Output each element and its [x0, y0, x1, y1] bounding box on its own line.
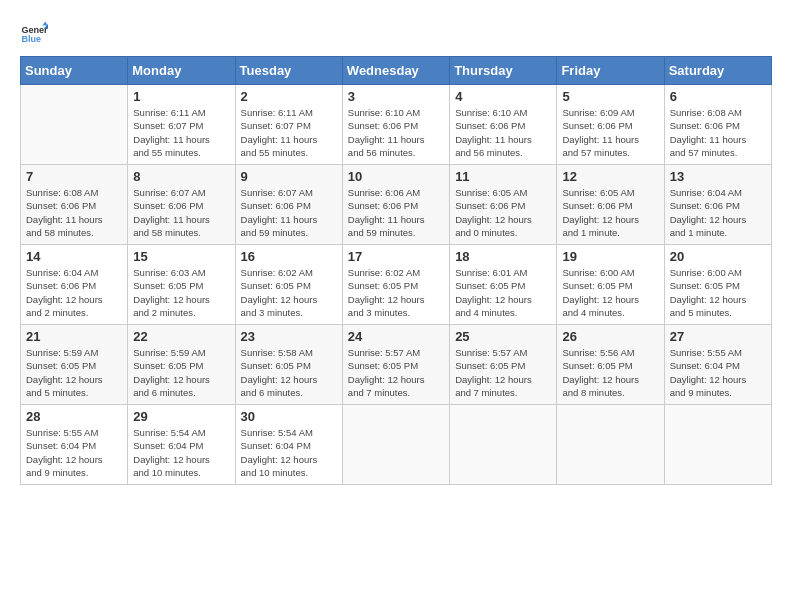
day-number: 13	[670, 169, 766, 184]
calendar-cell: 4Sunrise: 6:10 AM Sunset: 6:06 PM Daylig…	[450, 85, 557, 165]
day-info: Sunrise: 6:03 AM Sunset: 6:05 PM Dayligh…	[133, 266, 229, 319]
day-info: Sunrise: 5:57 AM Sunset: 6:05 PM Dayligh…	[348, 346, 444, 399]
week-row-4: 21Sunrise: 5:59 AM Sunset: 6:05 PM Dayli…	[21, 325, 772, 405]
day-info: Sunrise: 5:55 AM Sunset: 6:04 PM Dayligh…	[26, 426, 122, 479]
week-row-5: 28Sunrise: 5:55 AM Sunset: 6:04 PM Dayli…	[21, 405, 772, 485]
day-number: 23	[241, 329, 337, 344]
day-number: 22	[133, 329, 229, 344]
logo-icon: General Blue	[20, 20, 48, 48]
calendar-header-row: SundayMondayTuesdayWednesdayThursdayFrid…	[21, 57, 772, 85]
day-info: Sunrise: 5:55 AM Sunset: 6:04 PM Dayligh…	[670, 346, 766, 399]
day-number: 24	[348, 329, 444, 344]
calendar-cell: 14Sunrise: 6:04 AM Sunset: 6:06 PM Dayli…	[21, 245, 128, 325]
page-header: General Blue	[20, 20, 772, 48]
calendar-cell	[664, 405, 771, 485]
week-row-3: 14Sunrise: 6:04 AM Sunset: 6:06 PM Dayli…	[21, 245, 772, 325]
day-number: 16	[241, 249, 337, 264]
header-wednesday: Wednesday	[342, 57, 449, 85]
day-number: 26	[562, 329, 658, 344]
day-info: Sunrise: 5:56 AM Sunset: 6:05 PM Dayligh…	[562, 346, 658, 399]
calendar-cell: 20Sunrise: 6:00 AM Sunset: 6:05 PM Dayli…	[664, 245, 771, 325]
day-number: 3	[348, 89, 444, 104]
calendar-cell: 21Sunrise: 5:59 AM Sunset: 6:05 PM Dayli…	[21, 325, 128, 405]
day-number: 21	[26, 329, 122, 344]
calendar-cell: 19Sunrise: 6:00 AM Sunset: 6:05 PM Dayli…	[557, 245, 664, 325]
day-number: 25	[455, 329, 551, 344]
day-info: Sunrise: 6:07 AM Sunset: 6:06 PM Dayligh…	[133, 186, 229, 239]
day-info: Sunrise: 6:04 AM Sunset: 6:06 PM Dayligh…	[670, 186, 766, 239]
header-friday: Friday	[557, 57, 664, 85]
day-number: 29	[133, 409, 229, 424]
header-monday: Monday	[128, 57, 235, 85]
day-info: Sunrise: 6:01 AM Sunset: 6:05 PM Dayligh…	[455, 266, 551, 319]
day-info: Sunrise: 6:08 AM Sunset: 6:06 PM Dayligh…	[670, 106, 766, 159]
calendar-cell: 26Sunrise: 5:56 AM Sunset: 6:05 PM Dayli…	[557, 325, 664, 405]
calendar-cell	[21, 85, 128, 165]
day-number: 14	[26, 249, 122, 264]
calendar-cell	[450, 405, 557, 485]
header-saturday: Saturday	[664, 57, 771, 85]
calendar-cell: 8Sunrise: 6:07 AM Sunset: 6:06 PM Daylig…	[128, 165, 235, 245]
day-number: 28	[26, 409, 122, 424]
header-tuesday: Tuesday	[235, 57, 342, 85]
day-number: 5	[562, 89, 658, 104]
day-info: Sunrise: 6:10 AM Sunset: 6:06 PM Dayligh…	[348, 106, 444, 159]
day-number: 18	[455, 249, 551, 264]
calendar-cell: 1Sunrise: 6:11 AM Sunset: 6:07 PM Daylig…	[128, 85, 235, 165]
svg-marker-2	[42, 21, 48, 25]
day-info: Sunrise: 6:07 AM Sunset: 6:06 PM Dayligh…	[241, 186, 337, 239]
calendar-cell: 9Sunrise: 6:07 AM Sunset: 6:06 PM Daylig…	[235, 165, 342, 245]
day-number: 11	[455, 169, 551, 184]
calendar-cell: 30Sunrise: 5:54 AM Sunset: 6:04 PM Dayli…	[235, 405, 342, 485]
day-number: 15	[133, 249, 229, 264]
day-info: Sunrise: 6:10 AM Sunset: 6:06 PM Dayligh…	[455, 106, 551, 159]
day-number: 1	[133, 89, 229, 104]
calendar-cell	[342, 405, 449, 485]
calendar-cell: 18Sunrise: 6:01 AM Sunset: 6:05 PM Dayli…	[450, 245, 557, 325]
week-row-2: 7Sunrise: 6:08 AM Sunset: 6:06 PM Daylig…	[21, 165, 772, 245]
day-number: 8	[133, 169, 229, 184]
day-info: Sunrise: 5:57 AM Sunset: 6:05 PM Dayligh…	[455, 346, 551, 399]
day-number: 30	[241, 409, 337, 424]
day-info: Sunrise: 5:59 AM Sunset: 6:05 PM Dayligh…	[26, 346, 122, 399]
calendar-cell: 25Sunrise: 5:57 AM Sunset: 6:05 PM Dayli…	[450, 325, 557, 405]
day-info: Sunrise: 6:11 AM Sunset: 6:07 PM Dayligh…	[133, 106, 229, 159]
day-number: 10	[348, 169, 444, 184]
day-info: Sunrise: 5:54 AM Sunset: 6:04 PM Dayligh…	[133, 426, 229, 479]
calendar-cell: 2Sunrise: 6:11 AM Sunset: 6:07 PM Daylig…	[235, 85, 342, 165]
day-number: 19	[562, 249, 658, 264]
day-info: Sunrise: 6:02 AM Sunset: 6:05 PM Dayligh…	[348, 266, 444, 319]
day-info: Sunrise: 6:00 AM Sunset: 6:05 PM Dayligh…	[562, 266, 658, 319]
header-sunday: Sunday	[21, 57, 128, 85]
day-info: Sunrise: 6:00 AM Sunset: 6:05 PM Dayligh…	[670, 266, 766, 319]
day-number: 4	[455, 89, 551, 104]
day-info: Sunrise: 6:08 AM Sunset: 6:06 PM Dayligh…	[26, 186, 122, 239]
day-number: 12	[562, 169, 658, 184]
logo: General Blue	[20, 20, 52, 48]
day-number: 20	[670, 249, 766, 264]
calendar-cell: 23Sunrise: 5:58 AM Sunset: 6:05 PM Dayli…	[235, 325, 342, 405]
day-info: Sunrise: 6:05 AM Sunset: 6:06 PM Dayligh…	[562, 186, 658, 239]
day-info: Sunrise: 6:04 AM Sunset: 6:06 PM Dayligh…	[26, 266, 122, 319]
svg-text:General: General	[21, 25, 48, 35]
day-info: Sunrise: 6:11 AM Sunset: 6:07 PM Dayligh…	[241, 106, 337, 159]
day-info: Sunrise: 6:02 AM Sunset: 6:05 PM Dayligh…	[241, 266, 337, 319]
header-thursday: Thursday	[450, 57, 557, 85]
calendar-cell: 12Sunrise: 6:05 AM Sunset: 6:06 PM Dayli…	[557, 165, 664, 245]
calendar-cell: 15Sunrise: 6:03 AM Sunset: 6:05 PM Dayli…	[128, 245, 235, 325]
calendar-cell: 10Sunrise: 6:06 AM Sunset: 6:06 PM Dayli…	[342, 165, 449, 245]
week-row-1: 1Sunrise: 6:11 AM Sunset: 6:07 PM Daylig…	[21, 85, 772, 165]
day-number: 27	[670, 329, 766, 344]
calendar-cell: 28Sunrise: 5:55 AM Sunset: 6:04 PM Dayli…	[21, 405, 128, 485]
calendar-cell: 11Sunrise: 6:05 AM Sunset: 6:06 PM Dayli…	[450, 165, 557, 245]
calendar-cell: 7Sunrise: 6:08 AM Sunset: 6:06 PM Daylig…	[21, 165, 128, 245]
day-number: 6	[670, 89, 766, 104]
calendar-cell: 17Sunrise: 6:02 AM Sunset: 6:05 PM Dayli…	[342, 245, 449, 325]
day-info: Sunrise: 6:09 AM Sunset: 6:06 PM Dayligh…	[562, 106, 658, 159]
day-info: Sunrise: 6:05 AM Sunset: 6:06 PM Dayligh…	[455, 186, 551, 239]
day-number: 17	[348, 249, 444, 264]
day-info: Sunrise: 5:54 AM Sunset: 6:04 PM Dayligh…	[241, 426, 337, 479]
calendar-cell: 29Sunrise: 5:54 AM Sunset: 6:04 PM Dayli…	[128, 405, 235, 485]
calendar-table: SundayMondayTuesdayWednesdayThursdayFrid…	[20, 56, 772, 485]
calendar-cell: 24Sunrise: 5:57 AM Sunset: 6:05 PM Dayli…	[342, 325, 449, 405]
